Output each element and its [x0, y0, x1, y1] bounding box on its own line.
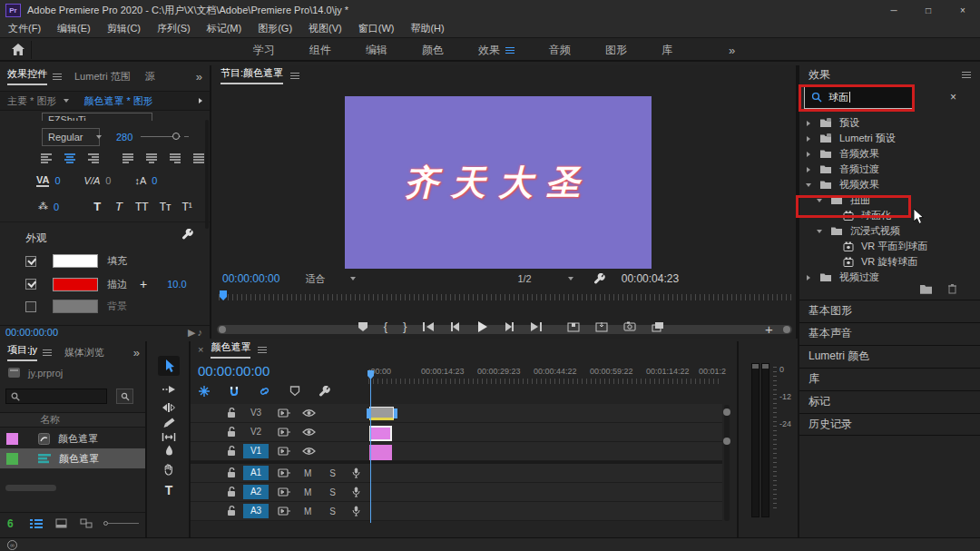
nest-sequence-icon[interactable] [198, 385, 211, 398]
step-back-icon[interactable] [450, 321, 461, 332]
lift-icon[interactable] [567, 321, 580, 332]
tab-media-browser[interactable]: 媒体浏览 [64, 346, 104, 359]
snap-magnet-icon[interactable] [229, 386, 240, 398]
align-center-icon[interactable] [64, 153, 78, 163]
comparison-view-icon[interactable] [652, 321, 664, 332]
tab-learning[interactable]: 学习 [236, 43, 292, 58]
chevron-right-icon[interactable] [807, 121, 810, 126]
close-timeline-tab-icon[interactable]: × [198, 344, 203, 355]
source-patch-icon[interactable] [278, 507, 291, 516]
panel-overflow[interactable]: » [196, 70, 202, 84]
tab-editing[interactable]: 编辑 [348, 43, 405, 58]
voiceover-mic-icon[interactable] [352, 467, 360, 478]
go-to-out-icon[interactable] [530, 321, 543, 332]
fx-bin-audio-effects[interactable]: 音频效果 [799, 146, 980, 162]
panel-markers[interactable]: 标记 [799, 390, 980, 412]
tab-program[interactable]: 节目:颜色遮罩 [220, 66, 283, 84]
justify-last-right-icon[interactable] [169, 153, 183, 163]
pen-tool[interactable] [158, 441, 180, 461]
playhead-line[interactable] [370, 378, 371, 523]
appearance-wrench-icon[interactable] [181, 229, 193, 241]
fx-bin-video-effects[interactable]: 视频效果 [799, 177, 980, 192]
solo-button[interactable]: S [329, 487, 336, 497]
timeline-settings-wrench-icon[interactable] [318, 386, 330, 398]
panel-lumetri-color[interactable]: Lumetri 颜色 [799, 345, 980, 367]
menu-help[interactable]: 帮助(H) [402, 22, 452, 35]
timeline-view-toggle-icon[interactable] [199, 98, 202, 103]
all-caps-button[interactable]: TT [135, 201, 149, 213]
fx-bin-presets[interactable]: 预设 [799, 115, 980, 131]
workspace-menu-icon[interactable] [505, 50, 514, 51]
background-checkbox[interactable] [25, 301, 36, 312]
panel-libraries[interactable]: 库 [799, 368, 980, 389]
fill-color-swatch[interactable] [53, 254, 98, 268]
tab-sequence[interactable]: 颜色遮罩 [211, 340, 250, 359]
add-marker-icon[interactable] [358, 321, 368, 332]
label-color-swatch[interactable] [6, 453, 18, 465]
tab-color[interactable]: 颜色 [405, 43, 461, 58]
panel-essential-graphics[interactable]: 基本图形 [799, 300, 980, 321]
menu-edit[interactable]: 编辑(E) [49, 22, 99, 35]
menu-view[interactable]: 视图(V) [300, 22, 350, 35]
fx-bin-immersive-video[interactable]: 沉浸式视频 [799, 223, 980, 239]
minimize-button[interactable]: ─ [877, 0, 911, 20]
panel-menu-icon[interactable] [53, 76, 62, 77]
menu-clip[interactable]: 剪辑(C) [99, 22, 149, 35]
selected-clip-label[interactable]: 颜色遮罩 * 图形 [83, 94, 152, 108]
background-color-swatch[interactable] [53, 300, 98, 313]
name-column-header[interactable]: 名称 [40, 413, 60, 427]
font-family-field[interactable]: FZShuTi [42, 113, 152, 121]
source-patch-icon[interactable] [278, 408, 291, 418]
chevron-down-icon[interactable] [817, 230, 822, 233]
panel-menu-icon[interactable] [290, 75, 299, 76]
tab-source[interactable]: 源 [145, 70, 155, 84]
play-button-icon[interactable] [476, 320, 488, 333]
selection-tool[interactable] [158, 356, 180, 376]
label-color-swatch[interactable] [6, 433, 18, 445]
play-audio-icon[interactable]: ▶ [188, 327, 195, 339]
track-label[interactable]: V1 [243, 444, 269, 458]
font-size-value[interactable]: 280 [116, 132, 132, 143]
panel-history[interactable]: 历史记录 [799, 413, 980, 435]
lock-icon[interactable] [227, 467, 236, 478]
track-label[interactable]: A2 [243, 485, 269, 499]
track-label[interactable]: A1 [243, 466, 269, 480]
toggle-track-output-icon[interactable] [302, 428, 316, 437]
program-playhead[interactable] [219, 290, 228, 303]
mark-in-icon[interactable]: { [384, 320, 387, 333]
track-label[interactable]: V3 [243, 406, 269, 420]
program-mini-ruler[interactable] [219, 294, 792, 300]
stroke-width-value[interactable]: 10.0 [167, 279, 186, 290]
leading-value[interactable]: 0 [152, 175, 157, 186]
chevron-right-icon[interactable] [807, 167, 810, 172]
master-clip-label[interactable]: 主要 * 图形 [7, 94, 56, 108]
tab-effect-controls[interactable]: 效果控件 [7, 67, 47, 85]
clip-v3-graphic[interactable] [369, 407, 394, 420]
program-preview[interactable]: 齐天大圣 [345, 96, 652, 269]
solo-button[interactable]: S [329, 507, 336, 517]
icon-view-icon[interactable] [55, 518, 67, 528]
linked-selection-icon[interactable] [258, 386, 271, 397]
export-frame-icon[interactable] [623, 321, 636, 331]
tab-graphics[interactable]: 图形 [588, 43, 644, 58]
panel-essential-sound[interactable]: 基本声音 [799, 322, 980, 344]
mute-button[interactable]: M [304, 487, 311, 497]
voiceover-mic-icon[interactable] [352, 506, 360, 517]
track-v3[interactable]: V3 [191, 404, 722, 423]
track-label[interactable]: V2 [243, 425, 269, 439]
lock-icon[interactable] [227, 487, 236, 497]
delete-bin-icon[interactable] [947, 283, 957, 294]
menu-markers[interactable]: 标记(M) [199, 22, 250, 35]
track-a1[interactable]: A1 M S [191, 464, 722, 483]
add-marker-icon[interactable] [289, 386, 300, 397]
tracking-value[interactable]: 0 [54, 175, 60, 186]
panel-menu-icon[interactable] [43, 352, 52, 353]
faux-italic-button[interactable]: T [115, 200, 122, 213]
mute-button[interactable]: M [304, 507, 311, 517]
chevron-down-icon[interactable] [64, 99, 69, 103]
font-size-slider-knob[interactable] [172, 133, 180, 140]
creative-cloud-icon[interactable]: ∞ [7, 540, 17, 550]
program-timecode[interactable]: 00:00:00:00 [222, 272, 279, 285]
toggle-track-output-icon[interactable] [302, 447, 316, 456]
lock-icon[interactable] [227, 506, 236, 517]
